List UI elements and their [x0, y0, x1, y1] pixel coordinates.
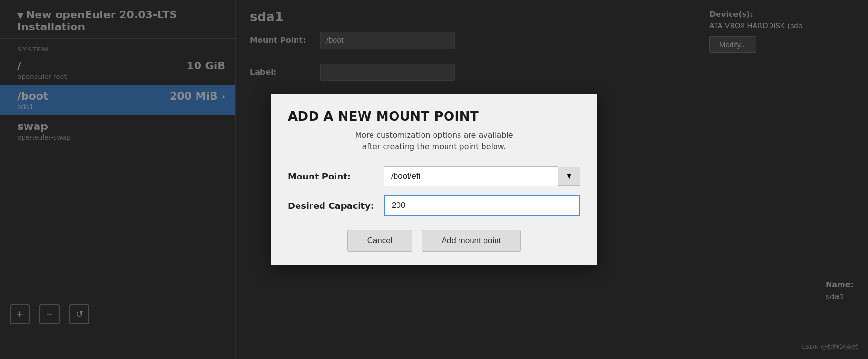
- modal-capacity-input-wrap: [384, 195, 580, 216]
- main-container: New openEuler 20.03-LTS Installation SYS…: [0, 0, 868, 359]
- modal-mount-point-label: Mount Point:: [288, 171, 384, 181]
- modal-capacity-input[interactable]: [384, 195, 580, 216]
- modal-dialog: ADD A NEW MOUNT POINT More customization…: [271, 94, 597, 265]
- add-mount-point-button[interactable]: Add mount point: [422, 230, 521, 252]
- modal-mount-point-input[interactable]: [384, 166, 558, 186]
- modal-buttons: Cancel Add mount point: [288, 230, 580, 252]
- cancel-button[interactable]: Cancel: [347, 230, 412, 252]
- modal-mount-point-input-wrap: ▼: [384, 166, 580, 186]
- modal-mount-point-dropdown-button[interactable]: ▼: [558, 167, 580, 186]
- modal-subtitle: More customization options are available…: [288, 129, 580, 153]
- modal-capacity-row: Desired Capacity:: [288, 195, 580, 216]
- modal-capacity-label: Desired Capacity:: [288, 201, 384, 211]
- modal-backdrop: ADD A NEW MOUNT POINT More customization…: [0, 0, 868, 359]
- modal-title: ADD A NEW MOUNT POINT: [288, 109, 580, 124]
- modal-mount-point-row: Mount Point: ▼: [288, 166, 580, 186]
